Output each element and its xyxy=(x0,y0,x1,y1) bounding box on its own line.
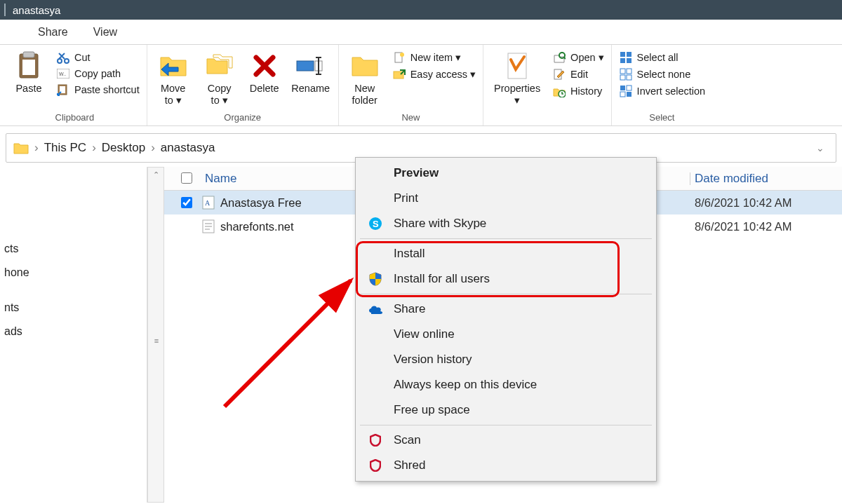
sidebar-item[interactable]: ads xyxy=(0,320,147,343)
mcafee-icon xyxy=(367,459,384,472)
onedrive-icon xyxy=(367,304,384,314)
new-item-icon xyxy=(392,51,406,64)
move-to-button[interactable]: Move to ▾ xyxy=(153,48,194,111)
chevron-right-icon[interactable]: › xyxy=(151,141,155,155)
file-date: 8/6/2021 10:42 AM xyxy=(695,196,842,210)
ctx-install-all-users[interactable]: Install for all users xyxy=(356,266,656,292)
scroll-up-icon[interactable]: ⌃ xyxy=(153,168,159,179)
ctx-always-keep[interactable]: Always keep on this device xyxy=(356,372,656,397)
copy-path-button[interactable]: W.. Copy path xyxy=(55,67,141,80)
ctx-shred[interactable]: Shred xyxy=(356,453,656,478)
select-all-checkbox[interactable] xyxy=(181,172,192,184)
ribbon-tabs: Share View xyxy=(0,20,842,45)
mcafee-icon xyxy=(367,434,384,447)
select-none-icon xyxy=(619,68,633,81)
column-header-date[interactable]: Date modified xyxy=(695,172,842,186)
scissors-icon xyxy=(56,51,70,64)
ctx-view-online[interactable]: View online xyxy=(356,322,656,347)
x-icon xyxy=(252,50,277,81)
move-to-icon xyxy=(159,50,188,81)
ctx-preview[interactable]: Preview xyxy=(356,161,656,186)
easy-access-button[interactable]: Easy access ▾ xyxy=(391,67,477,81)
chevron-right-icon[interactable]: › xyxy=(34,141,39,155)
copy-to-button[interactable]: Copy to ▾ xyxy=(199,48,240,111)
skype-icon: S xyxy=(367,217,384,231)
rename-button[interactable]: Rename xyxy=(289,48,333,111)
svg-rect-32 xyxy=(620,92,625,97)
svg-rect-33 xyxy=(627,92,632,97)
paste-shortcut-button[interactable]: Paste shortcut xyxy=(55,83,141,97)
sidebar-item[interactable]: hone xyxy=(0,261,147,285)
svg-text:W..: W.. xyxy=(59,71,66,76)
svg-rect-2 xyxy=(22,60,35,75)
open-button[interactable]: Open ▾ xyxy=(551,50,606,64)
group-label-new: New xyxy=(401,112,420,124)
svg-rect-24 xyxy=(620,58,625,63)
clipboard-icon xyxy=(17,50,41,81)
chevron-right-icon[interactable]: › xyxy=(92,141,96,155)
scroll-grip-icon[interactable]: ≡ xyxy=(154,336,157,345)
svg-point-4 xyxy=(65,59,69,63)
file-checkbox[interactable] xyxy=(181,197,192,208)
folder-icon xyxy=(13,141,29,155)
breadcrumb-this-pc[interactable]: This PC xyxy=(44,141,86,155)
context-menu: Preview Print S Share with Skype Install… xyxy=(355,157,657,482)
history-button[interactable]: History xyxy=(551,84,606,98)
edit-button[interactable]: Edit xyxy=(551,67,606,81)
tab-view[interactable]: View xyxy=(81,20,130,44)
ctx-version-history[interactable]: Version history xyxy=(356,347,656,372)
svg-text:S: S xyxy=(373,219,379,229)
ctx-share-skype[interactable]: S Share with Skype xyxy=(356,211,656,236)
titlebar-divider xyxy=(4,4,6,16)
group-label-select: Select xyxy=(649,112,674,124)
svg-point-15 xyxy=(400,53,404,57)
delete-button[interactable]: Delete xyxy=(246,48,283,111)
uac-shield-icon xyxy=(367,272,384,286)
column-divider[interactable] xyxy=(690,172,690,185)
nav-sidebar: cts hone nts ads xyxy=(0,167,147,503)
cut-button[interactable]: Cut xyxy=(55,50,141,64)
svg-text:A: A xyxy=(205,199,210,207)
sidebar-item xyxy=(0,285,147,296)
sidebar-item[interactable]: nts xyxy=(0,296,147,320)
new-item-button[interactable]: New item ▾ xyxy=(391,50,477,64)
file-name: sharefonts.net xyxy=(220,220,294,233)
svg-rect-25 xyxy=(627,58,632,63)
svg-point-3 xyxy=(58,59,62,63)
invert-selection-button[interactable]: Invert selection xyxy=(617,84,707,98)
select-all-button[interactable]: Select all xyxy=(617,50,707,64)
sidebar-scrollbar[interactable]: ⌃ ≡ xyxy=(147,167,164,503)
ribbon: Paste Cut W.. Copy path xyxy=(0,45,842,126)
svg-rect-27 xyxy=(627,69,632,74)
folder-icon xyxy=(350,50,380,81)
svg-line-19 xyxy=(564,57,566,59)
file-date: 8/6/2021 10:42 AM xyxy=(695,220,842,233)
ctx-install[interactable]: Install xyxy=(356,241,656,266)
ctx-free-up-space[interactable]: Free up space xyxy=(356,397,656,423)
group-label-organize: Organize xyxy=(224,112,261,124)
ctx-scan[interactable]: Scan xyxy=(356,428,656,453)
new-folder-button[interactable]: New folder xyxy=(345,48,385,111)
breadcrumb-current[interactable]: anastasya xyxy=(161,141,215,155)
copy-path-icon: W.. xyxy=(56,69,70,79)
select-all-icon xyxy=(619,51,633,64)
svg-rect-28 xyxy=(620,75,625,80)
select-none-button[interactable]: Select none xyxy=(617,67,707,81)
text-file-icon xyxy=(202,219,215,233)
properties-button[interactable]: Properties ▾ xyxy=(489,48,545,111)
svg-rect-1 xyxy=(23,52,34,57)
tab-share[interactable]: Share xyxy=(25,20,81,44)
svg-rect-23 xyxy=(627,52,632,57)
ctx-separator xyxy=(360,294,652,294)
properties-icon xyxy=(504,50,530,81)
breadcrumb-desktop[interactable]: Desktop xyxy=(102,141,145,155)
ctx-share[interactable]: Share xyxy=(356,297,656,322)
ctx-print[interactable]: Print xyxy=(356,186,656,211)
sidebar-item[interactable]: cts xyxy=(0,237,147,261)
ctx-separator xyxy=(360,425,652,425)
easy-access-icon xyxy=(392,68,406,81)
paste-button[interactable]: Paste xyxy=(8,48,49,111)
svg-rect-22 xyxy=(620,52,625,57)
svg-rect-29 xyxy=(627,75,632,80)
address-bar-dropdown[interactable]: ⌄ xyxy=(812,142,829,154)
